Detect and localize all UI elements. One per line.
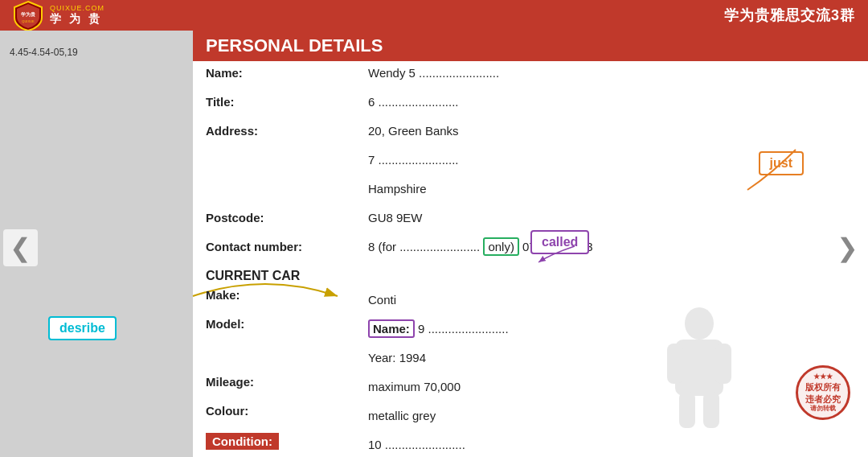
logo-url: QUIXUE.COM (50, 4, 104, 12)
top-banner: 学为贵 QUIXUE QUIXUE.COM 学 为 贵 学为贵雅思交流3群 (0, 0, 868, 31)
form-values-column: Wendy 5 ........................ 6 .....… (362, 61, 868, 457)
label-make: Make: (206, 288, 240, 302)
value-county: Hampshire (368, 182, 427, 196)
svg-point-4 (685, 307, 714, 340)
svg-rect-6 (667, 344, 683, 384)
annotation-just: just (759, 151, 804, 175)
value-name: Wendy 5 ........................ (368, 66, 499, 80)
logo-shield-icon: 学为贵 QUIXUE (13, 0, 43, 31)
label-name: Name: (206, 66, 243, 80)
sidebar-code: 4.45-4.54-05,19 (10, 47, 183, 58)
value-mileage: maximum 70,000 (368, 380, 461, 393)
top-right-text: 学为贵雅思交流3群 (724, 6, 855, 25)
value-postcode: GU8 9EW (368, 211, 423, 224)
annotation-called: called (530, 230, 589, 254)
stamp: ★★★ 版权所有 违者必究 请勿转载 (796, 365, 852, 422)
stamp-line2: 违者必究 (805, 393, 841, 405)
main-content: PERSONAL DETAILS Name: Title: Address: (193, 31, 868, 457)
value-title: 6 ........................ (368, 95, 459, 109)
form-labels-column: Name: Title: Address: Postcode: Contact … (193, 61, 362, 457)
content-area: ❮ 4.45-4.54-05,19 desribe PERSONAL DETAI… (0, 31, 868, 457)
label-mileage: Mileage: (206, 375, 254, 389)
main-container: 学为贵 QUIXUE QUIXUE.COM 学 为 贵 学为贵雅思交流3群 ❮ … (0, 0, 868, 457)
stamp-line1: 版权所有 (805, 381, 841, 393)
only-box: only) (483, 237, 519, 256)
svg-rect-9 (703, 392, 719, 428)
value-make: Conti (368, 293, 396, 307)
girl-image (643, 303, 755, 432)
label-condition: Condition: (206, 433, 279, 450)
svg-text:QUIXUE: QUIXUE (22, 19, 35, 23)
current-car-header: CURRENT CAR (206, 269, 362, 283)
svg-rect-7 (715, 344, 731, 384)
nav-arrow-left[interactable]: ❮ (3, 229, 38, 266)
name-box: Name: (368, 319, 415, 338)
logo-chinese: 学 为 贵 (50, 12, 104, 27)
label-colour: Colour: (206, 404, 248, 418)
value-colour: metallic grey (368, 409, 436, 422)
label-address: Address: (206, 124, 258, 138)
svg-rect-8 (679, 392, 695, 428)
logo-area: 学为贵 QUIXUE QUIXUE.COM 学 为 贵 (13, 0, 104, 31)
label-contact: Contact number: (206, 240, 302, 253)
label-model: Model: (206, 317, 244, 331)
value-condition: 10 ........................ (368, 438, 465, 451)
personal-details-header: PERSONAL DETAILS (193, 31, 868, 61)
value-model: Name: 9 ........................ (368, 322, 509, 336)
svg-text:学为贵: 学为贵 (21, 11, 36, 18)
logo-text: QUIXUE.COM 学 为 贵 (50, 4, 104, 27)
label-postcode: Postcode: (206, 211, 264, 224)
nav-arrow-right[interactable]: ❯ (830, 229, 865, 266)
stamp-circle: ★★★ 版权所有 违者必究 请勿转载 (796, 365, 850, 420)
annotation-describe: desribe (48, 316, 117, 340)
value-address: 20, Green Banks (368, 124, 459, 138)
value-address2: 7 ........................ (368, 153, 459, 167)
value-year: Year: 1994 (368, 351, 426, 364)
label-title: Title: (206, 95, 235, 109)
